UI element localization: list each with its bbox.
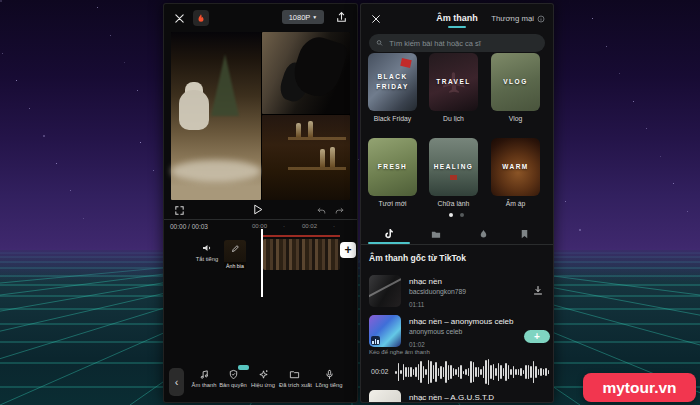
category-label: Chữa lành <box>429 200 478 207</box>
add-track-button[interactable]: + <box>524 330 550 343</box>
shelf <box>288 137 346 140</box>
export-icon[interactable] <box>335 11 348 24</box>
toolbar-item-label: Âm thanh <box>189 382 219 388</box>
ruler-tick: 00:02 <box>302 223 317 229</box>
category-label: Black Friday <box>368 115 417 122</box>
waveform-time: 00:02 <box>371 368 389 375</box>
preview-boots-clip <box>262 32 350 114</box>
category-card-black-friday[interactable]: BLACK FRIDAY <box>368 53 417 111</box>
tab-favorites[interactable] <box>519 228 530 240</box>
category-label: Vlog <box>491 115 540 122</box>
track-duration: 01:02 <box>409 341 425 348</box>
section-title: Âm thanh gốc từ TikTok <box>369 253 466 263</box>
snowman <box>179 90 209 130</box>
drag-hint: Kéo để nghe âm thanh <box>369 349 430 355</box>
shelf <box>288 167 346 170</box>
ruler-tick: 00:00 <box>252 223 267 229</box>
toolbar-item-audio[interactable]: Âm thanh <box>189 369 219 388</box>
chevron-down-icon: ▼ <box>312 14 317 20</box>
fullscreen-icon[interactable] <box>174 205 185 216</box>
toolbar-item-label: Hiệu ứng <box>248 382 278 388</box>
track-title: nhạc nền – anonymous celeb <box>409 317 514 326</box>
toolbar-item-voiceover[interactable]: Lồng tiếng <box>314 369 344 388</box>
flame-icon <box>196 13 206 24</box>
search-icon <box>376 39 383 47</box>
active-tab-underline <box>448 26 466 28</box>
card-overlay-text: TRAVEL <box>436 77 471 87</box>
track-thumbnail <box>369 315 401 347</box>
chart-badge-icon <box>371 336 380 345</box>
waveform[interactable] <box>395 356 551 388</box>
category-card-warm[interactable]: WARM <box>491 138 540 196</box>
play-button[interactable] <box>251 202 264 217</box>
watermark-label: mytour.vn <box>602 379 676 397</box>
snow <box>171 160 261 182</box>
bookmark-icon <box>519 228 530 240</box>
commercial-label: Thương mại <box>491 14 534 23</box>
category-label: Ấm áp <box>491 200 540 207</box>
screenshot-root: 1080P▼ <box>0 0 700 405</box>
toolbar-item-copyright[interactable]: Bản quyền <box>218 369 248 388</box>
carousel-dot-active[interactable] <box>449 213 453 217</box>
mute-label: Tắt tiếng <box>188 256 226 262</box>
divider <box>361 244 553 245</box>
bottle <box>320 149 325 167</box>
bottle <box>308 121 313 137</box>
sparkle-star-icon <box>258 369 269 380</box>
track-duration: 01:11 <box>409 301 424 308</box>
mute-original-sound-button[interactable]: Tắt tiếng <box>188 242 226 262</box>
card-overlay-text: BLACK FRIDAY <box>376 72 410 92</box>
droplet-icon <box>478 228 489 240</box>
toolbar-item-label: Đã trích xuất <box>279 382 309 388</box>
card-overlay-text: FRESH <box>378 162 408 172</box>
card-overlay-text: VLOG <box>503 77 527 87</box>
track-row[interactable]: nhạc nền bacsiduongkon789 01:11 <box>361 272 553 312</box>
toolbar-item-label: Lồng tiếng <box>314 382 344 388</box>
resolution-button[interactable]: 1080P▼ <box>282 10 324 24</box>
tab-folder[interactable] <box>430 229 442 240</box>
category-card-travel[interactable]: TRAVEL <box>429 53 478 111</box>
card-overlay-text: WARM <box>502 162 529 172</box>
track-title: nhạc nền <box>409 277 442 286</box>
cover-thumb[interactable]: Ảnh bìa <box>224 240 246 270</box>
bottle <box>296 123 301 137</box>
muted-audio-indicator <box>263 235 340 237</box>
folder-icon <box>289 369 300 380</box>
close-editor-icon[interactable] <box>174 13 185 24</box>
track-artist: bacsiduongkon789 <box>409 288 466 295</box>
category-card-healing[interactable]: HEALING <box>429 138 478 196</box>
divider <box>164 219 357 220</box>
video-clip-track[interactable] <box>263 239 340 270</box>
playhead[interactable] <box>261 229 263 297</box>
track-row[interactable]: nhạc nền – anonymous celeb anonymous cel… <box>361 312 553 352</box>
redo-icon[interactable] <box>334 206 345 216</box>
music-note-icon <box>199 369 210 380</box>
bottle <box>330 147 335 167</box>
commercial-toggle[interactable]: Thương mại <box>491 14 545 23</box>
toolbar-item-effects[interactable]: Hiệu ứng <box>248 369 278 388</box>
category-card-vlog[interactable]: VLOG <box>491 53 540 111</box>
flame-button[interactable] <box>193 10 209 26</box>
add-clip-button[interactable]: + <box>340 242 356 258</box>
carousel-dot[interactable] <box>460 213 464 217</box>
undo-icon[interactable] <box>316 206 327 216</box>
category-label: Tươi mới <box>368 200 417 207</box>
search-bar[interactable] <box>369 34 545 52</box>
microphone-icon <box>324 369 335 380</box>
download-icon[interactable] <box>532 284 544 297</box>
category-card-fresh[interactable]: FRESH <box>368 138 417 196</box>
toolbar-item-extracted[interactable]: Đã trích xuất <box>279 369 309 388</box>
track-row[interactable]: nhạc nền – A.G.U.S.T.D <box>361 390 553 402</box>
search-input[interactable] <box>387 38 538 49</box>
christmas-tree <box>211 54 239 116</box>
track-thumbnail <box>369 390 401 402</box>
toolbar-back-button[interactable]: ‹ <box>169 368 184 396</box>
editor-panel: 1080P▼ <box>163 3 358 403</box>
watermark-badge: mytour.vn <box>583 373 696 402</box>
pencil-icon <box>231 244 240 253</box>
tab-tiktok-sounds[interactable] <box>382 227 394 240</box>
video-preview[interactable] <box>171 32 350 200</box>
preview-bar-shelf-clip <box>262 115 350 200</box>
ruler-tick: · <box>283 223 285 229</box>
tab-trending[interactable] <box>478 228 489 240</box>
